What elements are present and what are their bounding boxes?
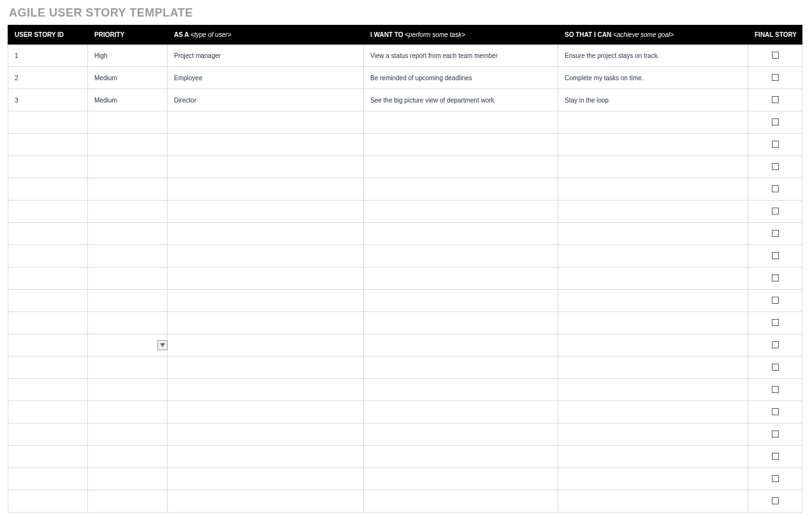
cell-i-want-to[interactable]	[364, 223, 558, 245]
cell-user-story-id[interactable]	[8, 223, 88, 245]
cell-so-that[interactable]	[558, 156, 748, 178]
cell-priority[interactable]	[88, 379, 168, 401]
cell-as-a[interactable]	[168, 223, 364, 245]
cell-priority[interactable]	[88, 267, 168, 290]
cell-as-a[interactable]	[168, 312, 364, 334]
cell-so-that[interactable]	[558, 312, 748, 334]
cell-user-story-id[interactable]: 1	[8, 45, 88, 67]
cell-user-story-id[interactable]	[8, 423, 88, 446]
cell-as-a[interactable]	[168, 290, 364, 312]
cell-as-a[interactable]: Project manager	[168, 45, 364, 67]
cell-so-that[interactable]: Ensure the project stays on track.	[558, 45, 748, 67]
cell-i-want-to[interactable]	[364, 490, 558, 513]
cell-i-want-to[interactable]	[364, 357, 558, 379]
cell-as-a[interactable]	[168, 134, 364, 156]
cell-user-story-id[interactable]	[8, 379, 88, 401]
final-story-checkbox[interactable]	[772, 430, 779, 437]
cell-i-want-to[interactable]	[364, 290, 558, 312]
cell-user-story-id[interactable]	[8, 134, 88, 156]
cell-so-that[interactable]	[558, 134, 748, 156]
cell-user-story-id[interactable]	[8, 111, 88, 134]
cell-as-a[interactable]	[168, 111, 364, 134]
cell-as-a[interactable]	[168, 379, 364, 401]
cell-i-want-to[interactable]	[364, 134, 558, 156]
cell-i-want-to[interactable]	[364, 201, 558, 223]
cell-user-story-id[interactable]	[8, 201, 88, 223]
cell-so-that[interactable]	[558, 401, 748, 423]
cell-priority[interactable]	[88, 223, 168, 245]
final-story-checkbox[interactable]	[772, 453, 779, 460]
dropdown-handle-icon[interactable]	[157, 340, 168, 350]
final-story-checkbox[interactable]	[772, 163, 779, 170]
cell-so-that[interactable]	[558, 468, 748, 490]
cell-i-want-to[interactable]	[364, 178, 558, 201]
cell-user-story-id[interactable]	[8, 334, 88, 357]
cell-user-story-id[interactable]	[8, 245, 88, 267]
cell-as-a[interactable]	[168, 468, 364, 490]
cell-i-want-to[interactable]	[364, 334, 558, 357]
cell-priority[interactable]	[88, 401, 168, 423]
cell-user-story-id[interactable]	[8, 290, 88, 312]
cell-so-that[interactable]	[558, 446, 748, 468]
final-story-checkbox[interactable]	[772, 408, 779, 415]
cell-priority[interactable]	[88, 290, 168, 312]
cell-user-story-id[interactable]	[8, 267, 88, 290]
cell-i-want-to[interactable]	[364, 245, 558, 267]
cell-so-that[interactable]	[558, 245, 748, 267]
cell-i-want-to[interactable]: View a status report from each team memb…	[364, 45, 558, 67]
cell-priority[interactable]	[88, 423, 168, 446]
cell-as-a[interactable]	[168, 423, 364, 446]
cell-user-story-id[interactable]	[8, 178, 88, 201]
final-story-checkbox[interactable]	[772, 386, 779, 393]
cell-as-a[interactable]	[168, 446, 364, 468]
final-story-checkbox[interactable]	[772, 74, 779, 81]
cell-priority[interactable]	[88, 357, 168, 379]
cell-so-that[interactable]	[558, 357, 748, 379]
cell-so-that[interactable]	[558, 111, 748, 134]
final-story-checkbox[interactable]	[772, 230, 779, 237]
cell-priority[interactable]	[88, 446, 168, 468]
final-story-checkbox[interactable]	[772, 274, 779, 281]
final-story-checkbox[interactable]	[772, 364, 779, 371]
cell-so-that[interactable]	[558, 223, 748, 245]
cell-as-a[interactable]	[168, 178, 364, 201]
cell-i-want-to[interactable]: Be reminded of upcoming deadlines	[364, 67, 558, 89]
cell-as-a[interactable]	[168, 245, 364, 267]
cell-priority[interactable]: Medium	[88, 89, 168, 111]
cell-i-want-to[interactable]	[364, 267, 558, 290]
final-story-checkbox[interactable]	[772, 52, 779, 59]
cell-priority[interactable]	[88, 334, 168, 357]
cell-so-that[interactable]	[558, 490, 748, 513]
cell-i-want-to[interactable]	[364, 401, 558, 423]
cell-priority[interactable]: Medium	[88, 67, 168, 89]
cell-user-story-id[interactable]	[8, 468, 88, 490]
cell-user-story-id[interactable]	[8, 490, 88, 513]
cell-user-story-id[interactable]	[8, 357, 88, 379]
cell-i-want-to[interactable]	[364, 111, 558, 134]
final-story-checkbox[interactable]	[772, 96, 779, 103]
cell-so-that[interactable]	[558, 423, 748, 446]
cell-priority[interactable]	[88, 178, 168, 201]
cell-so-that[interactable]	[558, 379, 748, 401]
final-story-checkbox[interactable]	[772, 208, 779, 215]
cell-as-a[interactable]: Employee	[168, 67, 364, 89]
final-story-checkbox[interactable]	[772, 118, 779, 125]
final-story-checkbox[interactable]	[772, 341, 779, 348]
cell-so-that[interactable]	[558, 334, 748, 357]
cell-priority[interactable]	[88, 134, 168, 156]
cell-i-want-to[interactable]	[364, 423, 558, 446]
cell-i-want-to[interactable]	[364, 468, 558, 490]
cell-so-that[interactable]	[558, 201, 748, 223]
cell-user-story-id[interactable]	[8, 312, 88, 334]
cell-priority[interactable]	[88, 111, 168, 134]
final-story-checkbox[interactable]	[772, 185, 779, 192]
cell-so-that[interactable]: Complete my tasks on time.	[558, 67, 748, 89]
cell-user-story-id[interactable]	[8, 446, 88, 468]
cell-priority[interactable]	[88, 156, 168, 178]
cell-so-that[interactable]	[558, 178, 748, 201]
final-story-checkbox[interactable]	[772, 297, 779, 304]
cell-as-a[interactable]	[168, 490, 364, 513]
cell-priority[interactable]	[88, 490, 168, 513]
cell-user-story-id[interactable]: 3	[8, 89, 88, 111]
cell-i-want-to[interactable]	[364, 156, 558, 178]
